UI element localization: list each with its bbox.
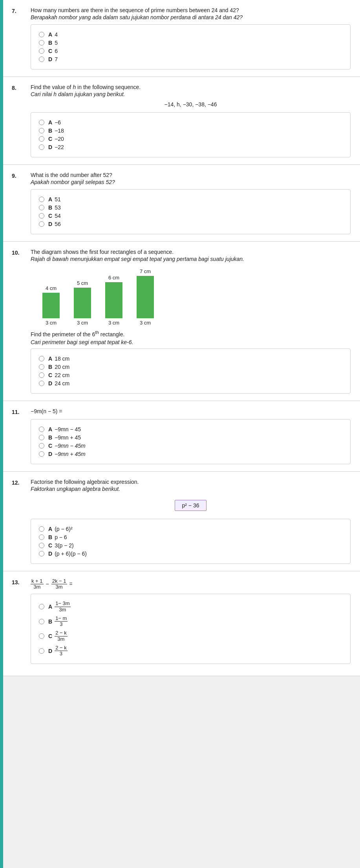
q8-option-c[interactable]: C −20	[39, 136, 342, 142]
q12-option-c[interactable]: C 3(p − 2)	[39, 542, 342, 549]
q8-radio-d[interactable]	[39, 144, 44, 150]
q12-radio-a[interactable]	[39, 526, 44, 532]
q13-radio-c[interactable]	[39, 633, 44, 639]
q7-radio-d[interactable]	[39, 57, 44, 62]
q7-radio-a[interactable]	[39, 32, 44, 37]
q9-letter-c: C	[48, 213, 52, 219]
question-11: 11. −9m(n − 5) = A −9mn − 45 B −9mn + 45…	[0, 401, 360, 472]
q12-answer-box: A (p − 6)² B p − 6 C 3(p − 2) D (p + 6)(…	[31, 519, 351, 564]
q12-text-italic: Faktorkan ungkapan algebra berikut.	[31, 486, 351, 492]
q13-minus: −	[46, 581, 49, 587]
question-9: 9. What is the odd number after 52? Apak…	[0, 165, 360, 242]
q7-radio-b[interactable]	[39, 40, 44, 46]
q12-radio-b[interactable]	[39, 534, 44, 540]
rect-1: 4 cm 3 cm	[42, 285, 60, 326]
q7-radio-c[interactable]	[39, 48, 44, 54]
q7-value-b: 5	[55, 40, 58, 46]
q8-option-b[interactable]: B −18	[39, 128, 342, 134]
q11-letter-b: B	[48, 434, 52, 441]
q7-option-b[interactable]: B 5	[39, 40, 342, 46]
q8-sequence: −14, h, −30, −38, −46	[31, 101, 351, 108]
q11-radio-b[interactable]	[39, 435, 44, 440]
q10-radio-a[interactable]	[39, 356, 44, 361]
q9-option-d[interactable]: D 56	[39, 221, 342, 227]
q12-option-b[interactable]: B p − 6	[39, 534, 342, 540]
q7-text: How many numbers are there in the sequen…	[31, 7, 351, 13]
q8-option-a[interactable]: A −6	[39, 119, 342, 126]
q13-option-d[interactable]: D 2 − k 3	[39, 645, 342, 657]
q10-number: 10.	[3, 249, 31, 394]
q12-content: Factorise the following algebraic expres…	[31, 479, 360, 564]
question-8: 8. Find the value of h in the following …	[0, 77, 360, 165]
q8-radio-c[interactable]	[39, 136, 44, 142]
q10-radio-d[interactable]	[39, 381, 44, 386]
rect-4-top-label: 7 cm	[140, 268, 151, 274]
q10-option-d[interactable]: D 24 cm	[39, 380, 342, 387]
q9-radio-c[interactable]	[39, 213, 44, 219]
q13-a-den: 3m	[58, 607, 67, 613]
q12-option-d[interactable]: D (p + 6)(p − 6)	[39, 551, 342, 557]
rect-2-shape	[74, 288, 91, 318]
q8-radio-b[interactable]	[39, 128, 44, 133]
rect-2-top-label: 5 cm	[77, 280, 88, 286]
q11-radio-a[interactable]	[39, 427, 44, 432]
q11-radio-d[interactable]	[39, 451, 44, 457]
q13-option-a[interactable]: A 1− 3m 3m	[39, 601, 342, 613]
q10-option-a[interactable]: A 18 cm	[39, 356, 342, 362]
q13-value-a: 1− 3m 3m	[55, 601, 71, 613]
q10-value-a: 18 cm	[55, 356, 69, 362]
q12-radio-c[interactable]	[39, 543, 44, 548]
q9-radio-a[interactable]	[39, 197, 44, 202]
q11-option-b[interactable]: B −9mn + 45	[39, 434, 342, 441]
q11-radio-c[interactable]	[39, 443, 44, 449]
q11-value-a: −9mn − 45	[55, 426, 81, 432]
q13-c-den: 3m	[57, 636, 65, 642]
question-7: 7. How many numbers are there in the seq…	[0, 0, 360, 77]
q7-option-c[interactable]: C 6	[39, 48, 342, 54]
q13-frac2-den: 3m	[55, 584, 64, 590]
page: 7. How many numbers are there in the seq…	[0, 0, 360, 676]
q13-value-c: 2 − k 3m	[55, 630, 68, 642]
q10-option-c[interactable]: C 22 cm	[39, 372, 342, 378]
q10-option-b[interactable]: B 20 cm	[39, 364, 342, 370]
q13-a-num: 1− 3m	[55, 601, 71, 607]
q9-radio-d[interactable]	[39, 221, 44, 227]
q7-option-a[interactable]: A 4	[39, 31, 342, 38]
q10-find-perimeter: Find the perimeter of the 6th rectangle.	[31, 330, 351, 337]
q7-letter-c: C	[48, 48, 52, 54]
q9-option-a[interactable]: A 51	[39, 196, 342, 202]
q7-answer-box: A 4 B 5 C 6 D 7	[31, 24, 351, 69]
q8-letter-d: D	[48, 144, 52, 150]
q13-letter-a: A	[48, 604, 52, 610]
q10-answer-box: A 18 cm B 20 cm C 22 cm D 24 cm	[31, 348, 351, 394]
q13-option-b[interactable]: B 1− m 3	[39, 616, 342, 627]
q9-radio-b[interactable]	[39, 205, 44, 210]
q9-option-b[interactable]: B 53	[39, 204, 342, 211]
q13-radio-a[interactable]	[39, 604, 44, 609]
q11-option-c[interactable]: C −9mn − 45m	[39, 443, 342, 449]
rect-4-shape	[137, 276, 154, 318]
q11-option-a[interactable]: A −9mn − 45	[39, 426, 342, 432]
q13-c-num: 2 − k	[55, 630, 68, 636]
q8-radio-a[interactable]	[39, 120, 44, 125]
q12-radio-d[interactable]	[39, 551, 44, 556]
q8-h-italic: h	[73, 84, 76, 90]
q10-letter-b: B	[48, 364, 52, 370]
q13-radio-d[interactable]	[39, 648, 44, 654]
rect-1-shape	[42, 293, 60, 318]
q9-option-c[interactable]: C 54	[39, 213, 342, 219]
q13-option-c[interactable]: C 2 − k 3m	[39, 630, 342, 642]
q9-number: 9.	[3, 172, 31, 234]
q11-option-d[interactable]: D −9mn + 45m	[39, 451, 342, 457]
q13-frac1-den: 3m	[33, 584, 41, 590]
q12-option-a[interactable]: A (p − 6)²	[39, 526, 342, 532]
q8-content: Find the value of h in the following seq…	[31, 84, 360, 157]
q9-value-a: 51	[55, 196, 61, 202]
q8-option-d[interactable]: D −22	[39, 144, 342, 150]
q13-radio-b[interactable]	[39, 619, 44, 624]
q11-value-d: −9mn + 45m	[55, 451, 86, 457]
q10-radio-b[interactable]	[39, 364, 44, 370]
rect-1-top-label: 4 cm	[46, 285, 57, 291]
q7-option-d[interactable]: D 7	[39, 56, 342, 62]
q10-radio-c[interactable]	[39, 372, 44, 378]
